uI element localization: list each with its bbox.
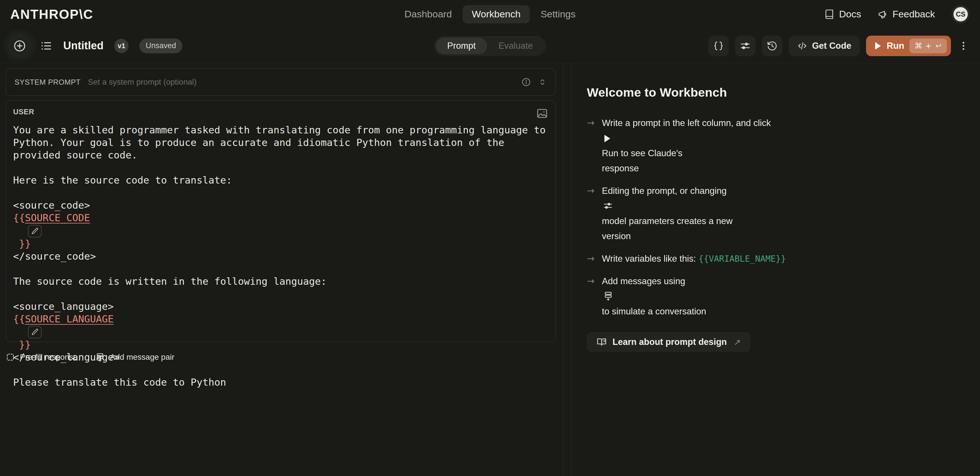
nav-item-dashboard[interactable]: Dashboard [395, 5, 461, 23]
kebab-menu-icon [958, 40, 969, 51]
welcome-bullet-variables: → Write variables like this: {{VARIABLE_… [587, 251, 963, 266]
external-link-icon: ↗ [733, 337, 741, 347]
version-history-button[interactable] [762, 36, 782, 56]
toolbar-right: Get Code Run ⌘ + [708, 36, 970, 56]
edit-variable-button[interactable] [28, 225, 41, 237]
docs-label: Docs [839, 8, 861, 20]
run-label: Run [886, 40, 904, 51]
workbench-app: ANTHROP\C Dashboard Workbench Settings D… [0, 0, 980, 476]
user-avatar[interactable]: CS [951, 5, 970, 23]
prompt-toolbar: Untitled v1 Unsaved Prompt Evaluate Get … [0, 29, 980, 63]
system-prompt-controls [521, 77, 547, 87]
sliders-icon [740, 40, 751, 51]
cmd-key-icon: ⌘ [915, 41, 922, 50]
pencil-icon [31, 328, 38, 336]
anthropic-logo[interactable]: ANTHROP\C [10, 6, 93, 22]
play-icon [603, 134, 611, 143]
nav-right: Docs Feedback CS [824, 5, 970, 23]
open-book-icon [597, 337, 607, 347]
edit-variable-button[interactable] [28, 326, 41, 338]
system-prompt-placeholder: Set a system prompt (optional) [88, 78, 514, 87]
toolbar-left: Untitled v1 Unsaved [10, 37, 182, 55]
plus-circle-icon [13, 39, 26, 53]
history-icon [767, 40, 778, 51]
tab-evaluate[interactable]: Evaluate [487, 38, 544, 54]
welcome-bullets: → Write a prompt in the left column, and… [587, 115, 963, 319]
list-icon [40, 40, 52, 52]
sliders-icon [603, 201, 613, 211]
arrow-icon: → [587, 274, 595, 319]
content-area: SYSTEM PROMPT Set a system prompt (optio… [0, 63, 980, 476]
arrow-icon: → [587, 115, 595, 176]
docs-link[interactable]: Docs [824, 8, 861, 20]
nav-item-settings[interactable]: Settings [531, 5, 585, 23]
plus-sign: + [925, 41, 932, 50]
system-prompt-input[interactable]: SYSTEM PROMPT Set a system prompt (optio… [6, 68, 556, 96]
new-prompt-button[interactable] [10, 37, 29, 55]
arrow-icon: → [587, 183, 595, 244]
prompt-title[interactable]: Untitled [63, 40, 103, 52]
model-parameters-button[interactable] [735, 36, 756, 56]
user-message-panel: USER You are a skilled programmer tasked… [6, 100, 556, 342]
main-nav: Dashboard Workbench Settings [395, 5, 585, 23]
learn-prompt-design-button[interactable]: Learn about prompt design ↗ [587, 332, 750, 352]
feedback-link[interactable]: Feedback [878, 8, 935, 20]
system-prompt-label: SYSTEM PROMPT [14, 78, 81, 87]
nav-item-workbench[interactable]: Workbench [463, 5, 530, 23]
code-icon [797, 41, 807, 51]
pencil-icon [31, 228, 38, 235]
prompt-list-button[interactable] [40, 40, 52, 52]
response-column: Welcome to Workbench → Write a prompt in… [571, 63, 980, 476]
get-code-button[interactable]: Get Code [789, 36, 860, 56]
image-icon [536, 107, 548, 119]
tab-prompt[interactable]: Prompt [436, 38, 487, 54]
return-key-icon [934, 42, 942, 49]
prompt-column: SYSTEM PROMPT Set a system prompt (optio… [0, 63, 563, 476]
megaphone-icon [878, 9, 888, 19]
welcome-bullet-versions: → Editing the prompt, or changing model … [587, 183, 963, 244]
add-message-pair-icon [603, 291, 613, 301]
column-resize-handle[interactable] [563, 63, 571, 476]
add-image-button[interactable] [536, 107, 548, 119]
welcome-bullet-messages: → Add messages using to simulate a conve… [587, 274, 963, 319]
variables-button[interactable] [708, 36, 729, 56]
user-role-label: USER [13, 107, 549, 116]
run-button[interactable]: Run ⌘ + [866, 36, 951, 56]
learn-button-label: Learn about prompt design [612, 337, 727, 347]
top-nav: ANTHROP\C Dashboard Workbench Settings D… [0, 0, 980, 29]
user-message-text[interactable]: You are a skilled programmer tasked with… [13, 124, 549, 388]
get-code-label: Get Code [812, 41, 851, 51]
info-icon[interactable] [521, 77, 531, 87]
expand-collapse-icon[interactable] [538, 78, 547, 87]
run-shortcut: ⌘ + [909, 38, 947, 53]
feedback-label: Feedback [892, 8, 935, 20]
mode-tabs: Prompt Evaluate [434, 36, 546, 56]
book-icon [824, 9, 834, 19]
welcome-title: Welcome to Workbench [587, 86, 963, 99]
play-icon [875, 42, 881, 50]
curly-braces-icon [713, 40, 724, 51]
unsaved-status-badge: Unsaved [139, 38, 182, 53]
more-options-button[interactable] [957, 36, 970, 56]
welcome-bullet-run: → Write a prompt in the left column, and… [587, 115, 963, 176]
version-badge[interactable]: v1 [114, 39, 129, 53]
arrow-icon: → [587, 251, 595, 266]
